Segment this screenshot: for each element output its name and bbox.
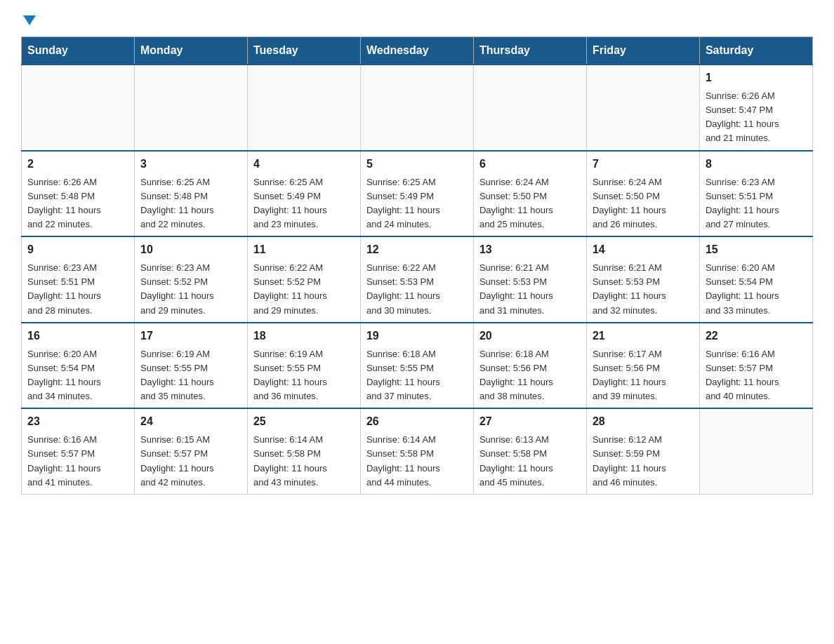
calendar-cell: 21Sunrise: 6:17 AM Sunset: 5:56 PM Dayli… <box>586 323 699 409</box>
day-info: Sunrise: 6:14 AM Sunset: 5:58 PM Dayligh… <box>253 434 327 487</box>
weekday-header-saturday: Saturday <box>699 37 812 65</box>
calendar-cell: 24Sunrise: 6:15 AM Sunset: 5:57 PM Dayli… <box>134 408 247 494</box>
day-info: Sunrise: 6:18 AM Sunset: 5:56 PM Dayligh… <box>479 349 553 401</box>
weekday-header-monday: Monday <box>134 37 247 65</box>
calendar-cell: 8Sunrise: 6:23 AM Sunset: 5:51 PM Daylig… <box>699 151 812 237</box>
day-info: Sunrise: 6:26 AM Sunset: 5:47 PM Dayligh… <box>706 90 779 143</box>
day-info: Sunrise: 6:23 AM Sunset: 5:51 PM Dayligh… <box>706 177 779 229</box>
calendar-cell <box>247 65 360 151</box>
day-number: 26 <box>366 413 468 430</box>
calendar-cell: 22Sunrise: 6:16 AM Sunset: 5:57 PM Dayli… <box>699 323 812 409</box>
calendar-cell: 6Sunrise: 6:24 AM Sunset: 5:50 PM Daylig… <box>473 151 586 237</box>
day-number: 18 <box>253 328 355 344</box>
day-info: Sunrise: 6:24 AM Sunset: 5:50 PM Dayligh… <box>479 177 553 229</box>
day-number: 5 <box>366 156 468 173</box>
weekday-header-sunday: Sunday <box>22 37 135 65</box>
calendar-cell: 10Sunrise: 6:23 AM Sunset: 5:52 PM Dayli… <box>134 236 247 323</box>
day-info: Sunrise: 6:24 AM Sunset: 5:50 PM Dayligh… <box>593 177 666 229</box>
calendar-cell <box>473 65 586 151</box>
day-number: 9 <box>27 241 128 258</box>
day-number: 28 <box>593 413 694 430</box>
day-number: 15 <box>706 241 807 258</box>
calendar-week-row: 1Sunrise: 6:26 AM Sunset: 5:47 PM Daylig… <box>22 65 813 151</box>
calendar-cell: 16Sunrise: 6:20 AM Sunset: 5:54 PM Dayli… <box>22 323 135 409</box>
calendar-cell: 15Sunrise: 6:20 AM Sunset: 5:54 PM Dayli… <box>699 236 812 323</box>
day-info: Sunrise: 6:20 AM Sunset: 5:54 PM Dayligh… <box>27 349 101 401</box>
calendar-cell: 11Sunrise: 6:22 AM Sunset: 5:52 PM Dayli… <box>247 236 360 323</box>
day-info: Sunrise: 6:23 AM Sunset: 5:51 PM Dayligh… <box>27 262 101 315</box>
day-info: Sunrise: 6:21 AM Sunset: 5:53 PM Dayligh… <box>593 262 666 315</box>
day-number: 6 <box>479 156 581 173</box>
day-info: Sunrise: 6:16 AM Sunset: 5:57 PM Dayligh… <box>27 434 101 487</box>
day-info: Sunrise: 6:16 AM Sunset: 5:57 PM Dayligh… <box>706 349 779 401</box>
day-number: 17 <box>140 328 241 344</box>
calendar-cell: 25Sunrise: 6:14 AM Sunset: 5:58 PM Dayli… <box>247 408 360 494</box>
calendar-table: SundayMondayTuesdayWednesdayThursdayFrid… <box>21 36 813 495</box>
day-info: Sunrise: 6:13 AM Sunset: 5:58 PM Dayligh… <box>479 434 553 487</box>
weekday-header-friday: Friday <box>586 37 699 65</box>
day-info: Sunrise: 6:17 AM Sunset: 5:56 PM Dayligh… <box>593 349 666 401</box>
calendar-cell <box>360 65 473 151</box>
day-number: 3 <box>140 156 241 173</box>
day-number: 8 <box>706 156 807 173</box>
day-number: 12 <box>366 241 468 258</box>
day-info: Sunrise: 6:22 AM Sunset: 5:52 PM Dayligh… <box>253 262 327 315</box>
calendar-week-row: 16Sunrise: 6:20 AM Sunset: 5:54 PM Dayli… <box>22 323 813 409</box>
day-info: Sunrise: 6:15 AM Sunset: 5:57 PM Dayligh… <box>140 434 214 487</box>
day-info: Sunrise: 6:22 AM Sunset: 5:53 PM Dayligh… <box>366 262 440 315</box>
day-number: 19 <box>366 328 468 344</box>
day-number: 1 <box>706 69 807 86</box>
day-number: 10 <box>140 241 241 258</box>
day-number: 25 <box>253 413 355 430</box>
weekday-header-thursday: Thursday <box>473 37 586 65</box>
calendar-cell: 20Sunrise: 6:18 AM Sunset: 5:56 PM Dayli… <box>473 323 586 409</box>
day-number: 2 <box>27 156 128 173</box>
logo <box>21 14 36 22</box>
day-info: Sunrise: 6:23 AM Sunset: 5:52 PM Dayligh… <box>140 262 214 315</box>
day-info: Sunrise: 6:26 AM Sunset: 5:48 PM Dayligh… <box>27 177 101 229</box>
day-info: Sunrise: 6:18 AM Sunset: 5:55 PM Dayligh… <box>366 349 440 401</box>
calendar-cell: 26Sunrise: 6:14 AM Sunset: 5:58 PM Dayli… <box>360 408 473 494</box>
day-number: 22 <box>706 328 807 344</box>
calendar-cell <box>134 65 247 151</box>
calendar-header-row: SundayMondayTuesdayWednesdayThursdayFrid… <box>22 37 813 65</box>
day-info: Sunrise: 6:25 AM Sunset: 5:49 PM Dayligh… <box>366 177 440 229</box>
calendar-cell <box>586 65 699 151</box>
calendar-cell: 14Sunrise: 6:21 AM Sunset: 5:53 PM Dayli… <box>586 236 699 323</box>
calendar-cell: 9Sunrise: 6:23 AM Sunset: 5:51 PM Daylig… <box>22 236 135 323</box>
calendar-cell: 2Sunrise: 6:26 AM Sunset: 5:48 PM Daylig… <box>22 151 135 237</box>
day-info: Sunrise: 6:19 AM Sunset: 5:55 PM Dayligh… <box>140 349 214 401</box>
calendar-cell: 19Sunrise: 6:18 AM Sunset: 5:55 PM Dayli… <box>360 323 473 409</box>
day-number: 16 <box>27 328 128 344</box>
day-number: 21 <box>593 328 694 344</box>
calendar-cell: 18Sunrise: 6:19 AM Sunset: 5:55 PM Dayli… <box>247 323 360 409</box>
day-info: Sunrise: 6:21 AM Sunset: 5:53 PM Dayligh… <box>479 262 553 315</box>
calendar-week-row: 2Sunrise: 6:26 AM Sunset: 5:48 PM Daylig… <box>22 151 813 237</box>
day-number: 13 <box>479 241 581 258</box>
page-header <box>21 14 813 22</box>
day-number: 7 <box>593 156 694 173</box>
day-number: 14 <box>593 241 694 258</box>
calendar-cell: 17Sunrise: 6:19 AM Sunset: 5:55 PM Dayli… <box>134 323 247 409</box>
calendar-week-row: 9Sunrise: 6:23 AM Sunset: 5:51 PM Daylig… <box>22 236 813 323</box>
calendar-cell: 27Sunrise: 6:13 AM Sunset: 5:58 PM Dayli… <box>473 408 586 494</box>
calendar-cell: 12Sunrise: 6:22 AM Sunset: 5:53 PM Dayli… <box>360 236 473 323</box>
calendar-week-row: 23Sunrise: 6:16 AM Sunset: 5:57 PM Dayli… <box>22 408 813 494</box>
weekday-header-tuesday: Tuesday <box>247 37 360 65</box>
day-number: 4 <box>253 156 355 173</box>
calendar-cell <box>22 65 135 151</box>
day-number: 11 <box>253 241 355 258</box>
calendar-cell: 1Sunrise: 6:26 AM Sunset: 5:47 PM Daylig… <box>699 65 812 151</box>
day-info: Sunrise: 6:20 AM Sunset: 5:54 PM Dayligh… <box>706 262 779 315</box>
calendar-cell: 5Sunrise: 6:25 AM Sunset: 5:49 PM Daylig… <box>360 151 473 237</box>
calendar-cell: 7Sunrise: 6:24 AM Sunset: 5:50 PM Daylig… <box>586 151 699 237</box>
day-number: 20 <box>479 328 581 344</box>
day-number: 23 <box>27 413 128 430</box>
day-info: Sunrise: 6:25 AM Sunset: 5:49 PM Dayligh… <box>253 177 327 229</box>
logo-arrow-icon <box>23 15 36 25</box>
calendar-cell: 3Sunrise: 6:25 AM Sunset: 5:48 PM Daylig… <box>134 151 247 237</box>
day-info: Sunrise: 6:14 AM Sunset: 5:58 PM Dayligh… <box>366 434 440 487</box>
day-info: Sunrise: 6:19 AM Sunset: 5:55 PM Dayligh… <box>253 349 327 401</box>
calendar-cell: 13Sunrise: 6:21 AM Sunset: 5:53 PM Dayli… <box>473 236 586 323</box>
day-info: Sunrise: 6:12 AM Sunset: 5:59 PM Dayligh… <box>593 434 666 487</box>
